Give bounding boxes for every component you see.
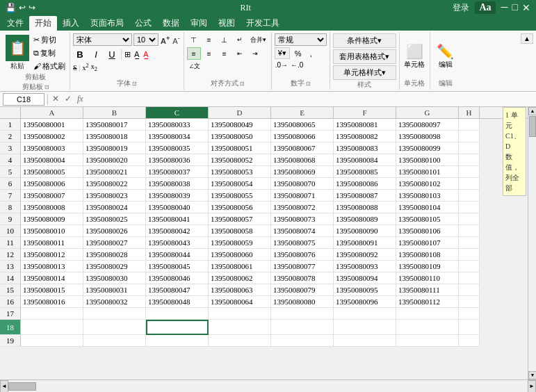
cell-r1-c3[interactable]: 13950080033 <box>146 119 209 131</box>
cell-styles-button[interactable]: 单元格样式▾ <box>333 65 396 80</box>
cell-r10-c5[interactable]: 13950080074 <box>271 225 334 237</box>
cell-r2-c6[interactable]: 13950080082 <box>334 131 396 142</box>
cell-r13-c8[interactable] <box>459 261 480 272</box>
cell-r13-c5[interactable]: 13950080077 <box>271 261 334 272</box>
cell-r18-c7[interactable] <box>396 320 459 335</box>
cell-r8-c7[interactable]: 13950080104 <box>396 202 459 213</box>
name-box[interactable]: C18 <box>3 93 44 106</box>
font-color-button[interactable]: A̲ <box>143 49 149 60</box>
col-header-h[interactable]: H <box>459 107 480 118</box>
scroll-up-button[interactable]: ▲ <box>528 107 536 115</box>
cell-r2-c8[interactable] <box>459 131 480 142</box>
minimize-icon[interactable]: ─ <box>501 2 508 13</box>
col-header-g[interactable]: G <box>396 107 459 118</box>
cell-r17-c8[interactable] <box>459 308 480 320</box>
ribbon-collapse-button[interactable]: ▲ <box>521 33 533 44</box>
percent-button[interactable]: % <box>291 48 305 59</box>
cell-r5-c7[interactable]: 13950080101 <box>396 166 459 178</box>
edit-button[interactable]: ✏️ 编辑 <box>435 33 455 79</box>
menu-data[interactable]: 数据 <box>157 16 185 31</box>
row-header-1[interactable]: 1 <box>0 119 21 131</box>
orientation-button[interactable]: ∠文 <box>187 61 202 72</box>
row-header-14[interactable]: 14 <box>0 272 21 284</box>
cell-r18-c2[interactable] <box>83 320 146 335</box>
scroll-thumb-h[interactable] <box>8 382 36 391</box>
cell-r8-c1[interactable]: 13950080008 <box>21 202 83 213</box>
cell-r11-c2[interactable]: 13950080027 <box>83 237 146 249</box>
row-header-15[interactable]: 15 <box>0 284 21 296</box>
cell-r13-c3[interactable]: 13950080045 <box>146 261 209 272</box>
menu-home[interactable]: 开始 <box>29 16 57 31</box>
col-header-a[interactable]: A <box>21 107 83 118</box>
cell-r3-c1[interactable]: 13950080003 <box>21 142 83 154</box>
cell-r9-c5[interactable]: 13950080073 <box>271 213 334 225</box>
cell-r10-c2[interactable]: 13950080026 <box>83 225 146 237</box>
font-size-selector[interactable]: 10 <box>133 33 159 46</box>
cell-r17-c3[interactable] <box>146 308 209 320</box>
cell-r3-c8[interactable] <box>459 142 480 154</box>
indent-increase-button[interactable]: ⇥ <box>248 47 262 60</box>
cell-r1-c2[interactable]: 13950080017 <box>83 119 146 131</box>
cell-r6-c4[interactable]: 13950080054 <box>209 178 271 190</box>
row-header-13[interactable]: 13 <box>0 261 21 272</box>
copy-button[interactable]: ⧉ 复制 <box>32 47 67 59</box>
cell-r9-c6[interactable]: 13950080089 <box>334 213 396 225</box>
row-header-19[interactable]: 19 <box>0 335 21 347</box>
subscript-button[interactable]: x2 <box>91 63 97 72</box>
indent-decrease-button[interactable]: ⇤ <box>233 47 247 60</box>
cell-r5-c6[interactable]: 13950080085 <box>334 166 396 178</box>
cell-r1-c8[interactable] <box>459 119 480 131</box>
row-header-12[interactable]: 12 <box>0 249 21 261</box>
cell-r16-c5[interactable]: 13950080080 <box>271 296 334 308</box>
cell-r14-c4[interactable]: 13950080062 <box>209 272 271 284</box>
row-header-5[interactable]: 5 <box>0 166 21 178</box>
cell-r19-c3[interactable] <box>146 335 209 347</box>
cell-r6-c6[interactable]: 13950080086 <box>334 178 396 190</box>
cell-r16-c8[interactable] <box>459 296 480 308</box>
cell-r12-c7[interactable]: 13950080108 <box>396 249 459 261</box>
cell-r15-c4[interactable]: 13950080063 <box>209 284 271 296</box>
cell-r2-c3[interactable]: 13950080034 <box>146 131 209 142</box>
cell-r18-c4[interactable] <box>209 320 271 335</box>
confirm-formula-button[interactable]: ✓ <box>63 94 73 104</box>
cell-r11-c3[interactable]: 13950080043 <box>146 237 209 249</box>
cell-r11-c6[interactable]: 13950080091 <box>334 237 396 249</box>
aa-button[interactable]: Aa <box>475 1 495 14</box>
row-header-11[interactable]: 11 <box>0 237 21 249</box>
cell-r12-c4[interactable]: 13950080060 <box>209 249 271 261</box>
cell-r9-c3[interactable]: 13950080041 <box>146 213 209 225</box>
row-header-8[interactable]: 8 <box>0 202 21 213</box>
cell-r5-c1[interactable]: 13950080005 <box>21 166 83 178</box>
cells-button[interactable]: ⬜ 单元格 <box>403 33 426 79</box>
cell-r5-c3[interactable]: 13950080037 <box>146 166 209 178</box>
cell-r11-c5[interactable]: 13950080075 <box>271 237 334 249</box>
cell-r2-c4[interactable]: 13950080050 <box>209 131 271 142</box>
cell-r5-c5[interactable]: 13950080069 <box>271 166 334 178</box>
cell-r17-c7[interactable] <box>396 308 459 320</box>
cell-r13-c2[interactable]: 13950080029 <box>83 261 146 272</box>
cell-r15-c2[interactable]: 13950080031 <box>83 284 146 296</box>
superscript-button[interactable]: x2 <box>83 63 89 72</box>
cell-r6-c8[interactable] <box>459 178 480 190</box>
col-header-c[interactable]: C <box>146 107 209 118</box>
cell-r10-c1[interactable]: 13950080010 <box>21 225 83 237</box>
cell-r4-c6[interactable]: 13950080084 <box>334 154 396 166</box>
row-header-7[interactable]: 7 <box>0 190 21 202</box>
cell-r17-c4[interactable] <box>209 308 271 320</box>
currency-button[interactable]: ¥▾ <box>275 47 290 59</box>
menu-formula[interactable]: 公式 <box>129 16 157 31</box>
row-header-2[interactable]: 2 <box>0 131 21 142</box>
cell-r14-c5[interactable]: 13950080078 <box>271 272 334 284</box>
align-right-button[interactable]: ≡ <box>218 47 232 60</box>
format-painter-button[interactable]: 🖌 格式刷 <box>32 60 67 72</box>
cell-r18-c5[interactable] <box>271 320 334 335</box>
font-shrink-button[interactable]: A- <box>172 34 180 46</box>
cell-r1-c4[interactable]: 13950080049 <box>209 119 271 131</box>
align-middle-button[interactable]: ≡ <box>202 33 216 46</box>
cell-r16-c6[interactable]: 13950080096 <box>334 296 396 308</box>
align-top-button[interactable]: ⊤ <box>187 33 201 46</box>
cell-r9-c7[interactable]: 13950080105 <box>396 213 459 225</box>
save-icon[interactable]: 💾 <box>6 3 16 13</box>
cell-r4-c3[interactable]: 13950080036 <box>146 154 209 166</box>
cell-r2-c1[interactable]: 13950080002 <box>21 131 83 142</box>
